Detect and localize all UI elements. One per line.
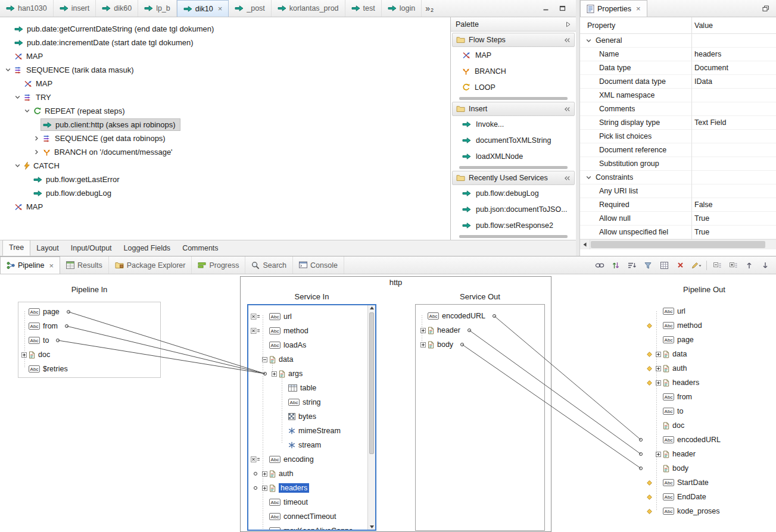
flow-step[interactable]: pub.date:incrementDate (start date tgl d…: [0, 36, 450, 49]
property-row[interactable]: Allow nullTrue: [580, 212, 776, 226]
editor-tab-login[interactable]: login: [382, 0, 422, 17]
field-body[interactable]: body: [632, 461, 776, 475]
edit-menu-icon[interactable]: [690, 259, 702, 271]
field-to[interactable]: Abcto: [18, 333, 160, 348]
field-stream[interactable]: stream: [248, 438, 367, 452]
palette-item[interactable]: documentToXMLString: [452, 132, 575, 148]
flow-step[interactable]: REPEAT (repeat steps): [0, 104, 450, 118]
mapping-terminal[interactable]: [65, 324, 68, 328]
field-$retries[interactable]: Abc$retries: [18, 362, 160, 376]
property-row[interactable]: Comments: [580, 102, 776, 116]
expander-plus-icon[interactable]: [656, 366, 661, 371]
twistie-icon[interactable]: [32, 149, 41, 155]
tab-properties[interactable]: Properties ×: [580, 0, 647, 17]
twistie-icon[interactable]: [13, 95, 22, 99]
twistie-icon[interactable]: [23, 109, 32, 113]
editor-tab-korlantas_prod[interactable]: korlantas_prod: [272, 0, 345, 17]
field-kode_proses[interactable]: Abckode_proses: [632, 504, 776, 518]
field-doc[interactable]: doc: [18, 348, 160, 362]
mapping-terminal[interactable]: [493, 314, 496, 318]
property-row[interactable]: Substitution group: [580, 157, 776, 171]
property-row[interactable]: Document reference: [580, 143, 776, 157]
tab-tree[interactable]: Tree: [2, 240, 30, 256]
pin-drawer-icon[interactable]: [564, 107, 571, 112]
pin-drawer-icon[interactable]: [564, 176, 571, 181]
view-tab-results[interactable]: Results: [60, 256, 109, 274]
field-loadAs[interactable]: AbcloadAs: [248, 338, 367, 352]
field-maxKeepAliveConne[interactable]: AbcmaxKeepAliveConne: [248, 524, 367, 531]
twistie-icon[interactable]: [586, 176, 591, 180]
field-from[interactable]: Abcfrom: [18, 319, 160, 333]
scrollbar-track[interactable]: [590, 240, 776, 249]
palette-item[interactable]: pub.flow:debugLog: [452, 185, 575, 201]
mapping-terminal[interactable]: [460, 343, 464, 346]
mapping-terminal[interactable]: [56, 339, 60, 342]
palette-drawer-header[interactable]: Insert: [452, 102, 575, 116]
mapping-terminal[interactable]: [263, 372, 267, 375]
property-row[interactable]: Nameheaders: [580, 48, 776, 61]
expander-minus-icon[interactable]: [262, 357, 267, 362]
expander-plus-icon[interactable]: [656, 380, 661, 386]
property-row[interactable]: Data typeDocument: [580, 61, 776, 75]
tab-comments[interactable]: Comments: [176, 241, 224, 256]
service-in-box[interactable]: AbcurlAbcmethodAbcloadAsdataargstableAbc…: [247, 304, 376, 531]
mapping-terminal[interactable]: [468, 328, 471, 332]
field-from[interactable]: Abcfrom: [632, 390, 776, 404]
field-encodedURL[interactable]: AbcencodedURL: [632, 433, 776, 447]
expander-plus-icon[interactable]: [262, 486, 267, 491]
property-row[interactable]: Allow unspecified fielTrue: [580, 226, 776, 239]
editor-tab-dik10[interactable]: dik10×: [177, 0, 229, 17]
restore-view-icon[interactable]: [761, 4, 771, 13]
field-args[interactable]: args: [248, 367, 367, 381]
field-auth[interactable]: auth: [248, 467, 367, 481]
column-divider[interactable]: [691, 17, 692, 239]
expander-plus-icon[interactable]: [656, 452, 661, 457]
property-row[interactable]: Constraints: [580, 171, 776, 184]
table-view-icon[interactable]: [658, 259, 670, 271]
field-mimeStream[interactable]: mimeStream: [248, 424, 367, 438]
palette-drawer-header[interactable]: Flow Steps: [452, 33, 575, 47]
mapping-terminal[interactable]: [254, 472, 257, 475]
editor-tab-test[interactable]: test: [345, 0, 382, 17]
field-table[interactable]: table: [248, 381, 367, 395]
editor-tab-insert[interactable]: insert: [54, 0, 96, 17]
property-row[interactable]: XML namespace: [580, 89, 776, 102]
auto-map-icon[interactable]: [610, 259, 622, 271]
mapping-terminal[interactable]: [639, 438, 643, 442]
editor-tab-dik60[interactable]: dik60: [96, 0, 138, 17]
editor-tab-han1030[interactable]: han1030: [0, 0, 54, 17]
flow-step[interactable]: MAP: [0, 77, 450, 90]
move-up-icon[interactable]: [743, 259, 755, 271]
flow-step[interactable]: pub.date:getCurrentDateString (end date …: [0, 22, 450, 36]
twistie-icon[interactable]: [13, 164, 22, 168]
minimize-icon[interactable]: [540, 4, 551, 13]
palette-item[interactable]: MAP: [452, 47, 575, 63]
view-tab-progress[interactable]: Progress: [192, 256, 245, 274]
scrollbar-thumb[interactable]: [591, 241, 765, 248]
expand-all-icon[interactable]: [727, 259, 739, 271]
flow-step[interactable]: SEQUENCE (tarik data masuk): [0, 63, 450, 77]
scroll-down-icon[interactable]: [368, 525, 375, 528]
twistie-icon[interactable]: [4, 68, 13, 72]
close-icon[interactable]: ×: [636, 5, 641, 12]
flow-step[interactable]: CATCH: [0, 159, 450, 173]
tab-overflow-indicator[interactable]: »2: [422, 0, 437, 17]
clear-mapping-icon[interactable]: [674, 259, 686, 271]
field-auth[interactable]: auth: [632, 361, 776, 375]
palette-item[interactable]: LOOP: [452, 79, 575, 95]
horizontal-scrollbar[interactable]: [580, 239, 776, 249]
flow-step[interactable]: pub.client:http (akses api robinops): [0, 118, 450, 132]
flow-step[interactable]: TRY: [0, 90, 450, 104]
view-tab-console[interactable]: Console: [293, 256, 344, 274]
field-encodedURL[interactable]: AbcencodedURL: [416, 309, 544, 323]
field-page[interactable]: Abcpage: [18, 305, 160, 319]
field-StartDate[interactable]: AbcStartDate: [632, 475, 776, 490]
pipeline-canvas[interactable]: Pipeline In Pipeline Out http Service In…: [0, 274, 776, 532]
mapping-terminal[interactable]: [639, 467, 643, 470]
expander-plus-icon[interactable]: [21, 352, 27, 358]
view-tab-package-explorer[interactable]: Package Explorer: [109, 256, 192, 274]
property-row[interactable]: General: [580, 34, 776, 48]
property-row[interactable]: Document data typeIData: [580, 75, 776, 89]
field-to[interactable]: Abcto: [632, 404, 776, 418]
flow-step[interactable]: MAP: [0, 200, 450, 214]
